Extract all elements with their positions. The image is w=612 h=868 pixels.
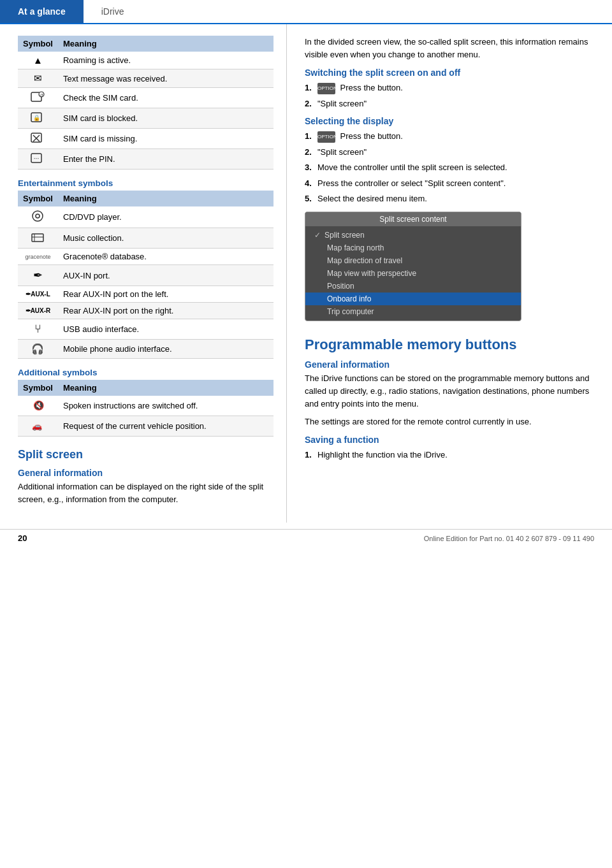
page-footer: 20 Online Edition for Part no. 01 40 2 6… [0,529,612,547]
symbol-cell: ⑂ [18,319,58,340]
entertainment-symbols-heading: Entertainment symbols [18,178,273,188]
programmable-general-info-para2: The settings are stored for the remote c… [305,416,594,428]
split-screen-content-box: Split screen content ✓ Split screen Map … [305,212,521,321]
tab-idrive[interactable]: iDrive [84,0,142,23]
table-row: ▲ Roaming is active. [18,52,273,69]
additional-symbols-heading: Additional symbols [18,368,273,377]
symbol-cell: 🔒 [18,108,58,129]
symbol-cell [18,129,58,149]
table-row: ⑂ USB audio interface. [18,319,273,340]
svg-text:🔒: 🔒 [33,114,41,122]
symbol-cell: 🔇 [18,396,58,416]
table-row: ✒AUX-R Rear AUX-IN port on the right. [18,303,273,319]
list-item: 2. "Split screen" [305,146,594,159]
list-item: 2. "Split screen" [305,98,594,110]
meaning-cell: Rear AUX-IN port on the right. [58,303,273,319]
table-row: ··· Enter the PIN. [18,149,273,170]
programmable-memory-heading: Programmable memory buttons [305,336,594,353]
symbol-cell [18,206,58,228]
symbol-cell: ✒ [18,265,58,286]
table-row: ✉ Text message was received. [18,69,273,88]
svg-text:🔇: 🔇 [33,400,45,410]
table-row: 🚗 Request of the current vehicle positio… [18,416,273,437]
meaning-cell: Rear AUX-IN port on the left. [58,286,273,303]
programmable-general-info-para1: The iDrive functions can be stored on th… [305,372,594,410]
list-item-highlighted: Onboard info [305,293,521,305]
svg-point-11 [36,214,40,218]
symbol-cell: ✉ [18,69,58,88]
footer-online-text: Online Edition for Part no. 01 40 2 607 … [424,535,594,542]
switching-heading: Switching the split screen on and off [305,68,594,78]
meaning-cell: Music collection. [58,228,273,249]
saving-steps-list: 1. Highlight the function via the iDrive… [305,449,594,461]
meaning-cell: Gracenote® database. [58,249,273,265]
meaning-cell: Request of the current vehicle position. [58,416,273,437]
list-item: 1. Highlight the function via the iDrive… [305,449,594,461]
add-col-meaning: Meaning [58,380,273,396]
meaning-cell: Check the SIM card. [58,88,273,108]
symbol-cell: ↺ [18,88,58,108]
list-item: 5. Select the desired menu item. [305,192,594,205]
selecting-steps-list: 1. OPTION Press the button. 2. "Split sc… [305,130,594,205]
split-screen-section: Split screen General information Additio… [18,448,273,506]
list-item: ✓ Split screen [305,229,521,242]
table-row: gracenote Gracenote® database. [18,249,273,265]
additional-symbols-table: Symbol Meaning 🔇 Spoken instructions are… [18,380,273,437]
svg-rect-12 [32,234,43,242]
split-screen-para: Additional information can be displayed … [18,481,273,506]
selecting-heading: Selecting the display [305,116,594,126]
list-item: Trip computer [305,305,521,318]
meaning-cell: Mobile phone audio interface. [58,340,273,359]
programmable-general-info-heading: General information [305,359,594,370]
option-button-icon: OPTION [317,131,335,143]
list-item: Position [305,280,521,293]
table-row: 🔒 SIM card is blocked. [18,108,273,129]
table-row: Music collection. [18,228,273,249]
phone-col-meaning: Meaning [58,36,273,52]
list-item: Map view with perspective [305,267,521,280]
symbol-cell: ✒AUX-L [18,286,58,303]
table-row: CD/DVD player. [18,206,273,228]
entertainment-symbols-table: Symbol Meaning CD/DVD player. Music coll… [18,191,273,359]
list-item: 3. Move the controller until the split s… [305,161,594,174]
svg-point-10 [33,211,43,221]
tab-bar: At a glance iDrive [0,0,612,24]
symbol-cell: ▲ [18,52,58,69]
intro-text: In the divided screen view, the so-calle… [305,36,594,61]
svg-text:🚗: 🚗 [32,421,43,431]
meaning-cell: Roaming is active. [58,52,273,69]
table-row: 🎧 Mobile phone audio interface. [18,340,273,359]
page-number: 20 [18,533,27,543]
symbol-cell [18,228,58,249]
phone-col-symbol: Symbol [18,36,58,52]
list-item: 4. Press the controller or select "Split… [305,177,594,190]
split-screen-heading: Split screen [18,448,273,461]
table-row: 🔇 Spoken instructions are switched off. [18,396,273,416]
right-column: In the divided screen view, the so-calle… [287,24,612,523]
split-screen-general-info-heading: General information [18,468,273,478]
split-screen-box-items: ✓ Split screen Map facing north Map dire… [305,226,521,321]
list-item: 1. OPTION Press the button. [305,82,594,94]
add-col-symbol: Symbol [18,380,58,396]
tab-at-a-glance[interactable]: At a glance [0,0,84,23]
table-row: ✒ AUX-IN port. [18,265,273,286]
meaning-cell: CD/DVD player. [58,206,273,228]
ent-col-meaning: Meaning [58,191,273,206]
table-row: ✒AUX-L Rear AUX-IN port on the left. [18,286,273,303]
meaning-cell: Spoken instructions are switched off. [58,396,273,416]
saving-function-heading: Saving a function [305,435,594,445]
checkmark-icon: ✓ [314,231,321,240]
meaning-cell: USB audio interface. [58,319,273,340]
symbol-cell: 🎧 [18,340,58,359]
option-button-icon: OPTION [317,83,335,94]
switching-steps-list: 1. OPTION Press the button. 2. "Split sc… [305,82,594,110]
svg-text:↺: ↺ [40,93,43,98]
table-row: SIM card is missing. [18,129,273,149]
left-column: Symbol Meaning ▲ Roaming is active. ✉ Te… [0,24,287,523]
meaning-cell: AUX-IN port. [58,265,273,286]
meaning-cell: SIM card is blocked. [58,108,273,129]
meaning-cell: SIM card is missing. [58,129,273,149]
svg-text:···: ··· [34,155,39,162]
ent-col-symbol: Symbol [18,191,58,206]
table-row: ↺ Check the SIM card. [18,88,273,108]
